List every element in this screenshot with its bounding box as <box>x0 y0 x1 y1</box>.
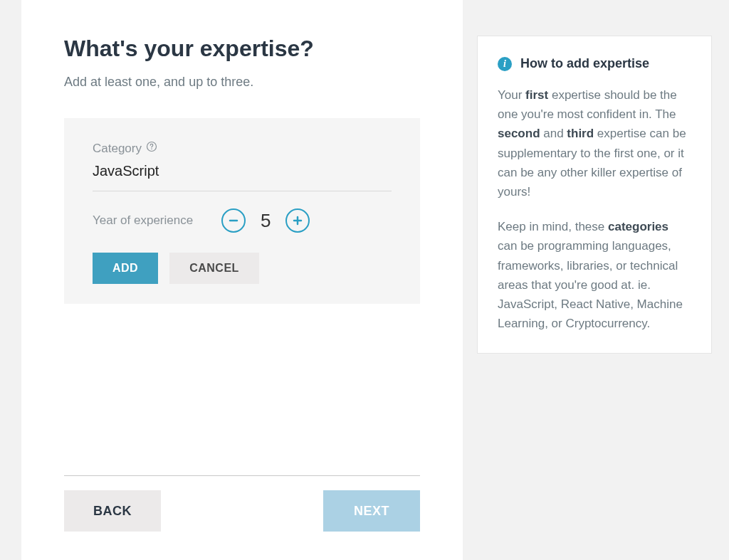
experience-value: 5 <box>258 210 273 232</box>
category-input[interactable]: JavaScript <box>93 163 392 191</box>
info-box: i How to add expertise Your first expert… <box>477 36 712 354</box>
back-button[interactable]: BACK <box>64 490 161 532</box>
spacer <box>64 304 420 475</box>
svg-point-1 <box>151 149 152 150</box>
page-title: What's your expertise? <box>64 36 420 62</box>
card-actions: ADD CANCEL <box>93 253 392 284</box>
experience-label: Year of experience <box>93 213 193 228</box>
info-title: How to add expertise <box>520 56 649 71</box>
main-panel: What's your expertise? Add at least one,… <box>21 0 463 560</box>
footer-divider <box>64 475 420 476</box>
info-paragraph-1: Your first expertise should be the one y… <box>498 85 691 201</box>
increment-button[interactable] <box>285 208 310 233</box>
info-paragraph-2: Keep in mind, these categories can be pr… <box>498 217 691 333</box>
info-icon: i <box>498 57 512 71</box>
experience-stepper: 5 <box>221 208 310 233</box>
page-subtitle: Add at least one, and up to three. <box>64 75 420 90</box>
card-divider <box>93 191 392 191</box>
expertise-card: Category JavaScript Year of experience 5 <box>64 118 420 304</box>
experience-row: Year of experience 5 <box>93 208 392 233</box>
side-panel: i How to add expertise Your first expert… <box>477 36 712 560</box>
cancel-button[interactable]: CANCEL <box>169 253 259 284</box>
add-button[interactable]: ADD <box>93 253 158 284</box>
decrement-button[interactable] <box>221 208 246 233</box>
help-icon[interactable] <box>146 141 157 156</box>
category-label-row: Category <box>93 141 157 156</box>
info-header: i How to add expertise <box>498 56 691 71</box>
next-button[interactable]: NEXT <box>323 490 420 532</box>
category-label: Category <box>93 142 142 156</box>
footer-nav: BACK NEXT <box>64 490 420 532</box>
